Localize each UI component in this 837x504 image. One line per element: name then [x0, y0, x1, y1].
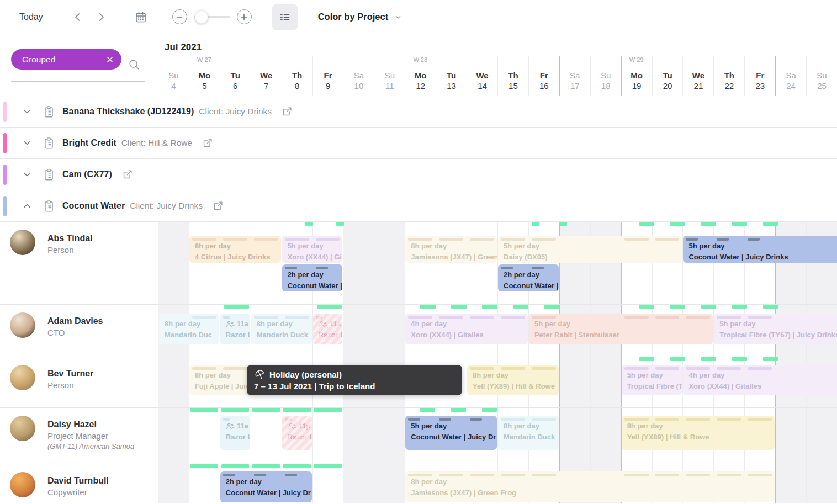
- zoom-slider-knob[interactable]: [195, 10, 208, 24]
- schedule-block[interactable]: 5h per dayCoconut Water | Juicy Dr: [405, 416, 497, 450]
- allocation-hours: 8h per day: [165, 319, 219, 330]
- schedule-block[interactable]: 2h per dayCoconut Water |: [498, 264, 559, 291]
- schedule-block[interactable]: 8h per dayYell (YX89) | Hill & Rowe: [467, 365, 559, 395]
- project-list: Banana Thickshake (JD122419)Client: Juic…: [0, 96, 837, 222]
- logged-time-mark: [624, 418, 649, 421]
- project-expand-toggle[interactable]: [21, 200, 33, 211]
- day-number: 4: [158, 81, 189, 92]
- project-open-link[interactable]: [212, 200, 224, 212]
- avatar[interactable]: [10, 312, 35, 338]
- people-icon: [226, 422, 235, 430]
- day-number: 15: [498, 81, 528, 92]
- grouped-filter-label: Grouped: [22, 55, 102, 65]
- schedule-block[interactable]: 4h per dayXoro (XX44) | Gitalles: [683, 365, 837, 395]
- project-row[interactable]: Banana Thickshake (JD122419)Client: Juic…: [0, 96, 837, 128]
- project-expand-toggle[interactable]: [21, 137, 33, 148]
- project-row[interactable]: Coconut WaterClient: Juicy Drinks: [0, 190, 837, 222]
- logged-time-mark: [285, 418, 292, 421]
- project-open-link[interactable]: [281, 105, 293, 118]
- schedule-block[interactable]: 11aRazor L: [313, 314, 343, 344]
- schedule-block[interactable]: 11aRazor L: [220, 416, 250, 450]
- allocation-project: Peter Rabit | Stenhuisser: [534, 330, 713, 341]
- view-options-button[interactable]: [272, 4, 298, 30]
- avatar[interactable]: [10, 472, 35, 497]
- calendar-button[interactable]: [131, 8, 150, 26]
- grouped-filter-pill[interactable]: Grouped: [11, 49, 121, 70]
- logged-time-mark: [316, 316, 322, 319]
- logged-time-mark: [285, 267, 297, 269]
- day-name: Sa: [776, 71, 806, 81]
- person-info: David TurnbullCopywriter: [47, 472, 109, 503]
- project-expand-toggle[interactable]: [21, 106, 33, 117]
- day-header-cell: Su11: [374, 56, 405, 96]
- day-header-cell: Th8: [282, 56, 312, 96]
- avatar[interactable]: [10, 230, 35, 255]
- schedule: 8h per day4 Citrus | Juicy Drinks5h per …: [0, 222, 837, 503]
- schedule-block[interactable]: 2h per dayCoconut Water |: [282, 264, 343, 291]
- color-by-dropdown[interactable]: Color by Project: [318, 12, 402, 22]
- avatar[interactable]: [10, 416, 35, 441]
- schedule-block[interactable]: 5h per dayTropical Fibre (TY67) | Juicy …: [714, 314, 837, 344]
- allocation-project: Razor L: [319, 330, 343, 341]
- logged-time-mark: [501, 316, 525, 319]
- project-open-link[interactable]: [121, 168, 134, 181]
- search-button[interactable]: [128, 59, 140, 73]
- schedule-block[interactable]: 8h per dayJamiesons (JX47) | Green Frog: [405, 471, 775, 502]
- day-header-cell: Fr9: [312, 56, 343, 96]
- schedule-block[interactable]: 4h per dayXoro (XX44) | Gitalles: [405, 314, 528, 344]
- schedule-block[interactable]: 11aRazor L: [220, 314, 250, 344]
- month-label: Jul 2021: [165, 42, 202, 53]
- calendar-icon: [134, 10, 147, 24]
- person-timezone: (GMT-11) American Samoa: [47, 442, 134, 451]
- schedule-block[interactable]: 2h per dayCoconut Water | Juicy Dr: [220, 471, 312, 502]
- logged-time-mark: [192, 367, 216, 370]
- project-expand-toggle[interactable]: [21, 169, 33, 180]
- schedule-block[interactable]: 5h per dayCoconut Water | Juicy Drinks: [683, 236, 837, 263]
- today-button[interactable]: Today: [19, 12, 43, 22]
- logged-time-mark: [532, 316, 556, 319]
- schedule-block[interactable]: 8h per day4 Citrus | Juicy Drinks: [189, 236, 281, 263]
- avatar[interactable]: [10, 365, 35, 390]
- day-scale: Su4Mo5Tu6We7Th8Fr9Sa10Su11Mo12Tu13We14Th…: [158, 56, 837, 96]
- allocation-hours: 11a: [226, 421, 250, 432]
- schedule-block-text: 5h per dayCoconut Water | Juicy Drinks: [683, 236, 837, 263]
- schedule-block[interactable]: 8h per dayMandarin Duck: [251, 314, 312, 344]
- project-row[interactable]: Cam (CX77): [0, 159, 837, 190]
- capacity-mark: [190, 408, 218, 412]
- allocation-hours: 5h per day: [288, 241, 343, 252]
- schedule-block[interactable]: 5h per dayXoro (XX44) | Gi: [282, 236, 343, 263]
- prev-period-button[interactable]: [68, 8, 87, 26]
- day-name: Tu: [220, 71, 251, 81]
- allocation-hours: 5h per day: [719, 319, 837, 330]
- logged-time-mark: [501, 238, 525, 241]
- schedule-block[interactable]: 8h per dayMandarin Duck: [498, 416, 559, 450]
- schedule-block[interactable]: 11pRazor L: [282, 416, 312, 450]
- zoom-in-button[interactable]: [237, 9, 252, 24]
- project-name: Banana Thickshake (JD122419): [62, 107, 194, 116]
- day-name: Fr: [313, 71, 343, 81]
- day-number: 24: [776, 81, 806, 92]
- schedule-block[interactable]: 5h per dayPeter Rabit | Stenhuisser: [529, 314, 713, 344]
- schedule-block[interactable]: 8h per dayMandarin Duc: [159, 314, 219, 344]
- schedule-block[interactable]: 8h per dayJamiesons (JX47) | Green: [405, 236, 497, 263]
- allocation-hours: 11a: [226, 319, 250, 330]
- logged-time-mark: [501, 474, 525, 476]
- resource-scheduler-app: Today: [0, 0, 837, 504]
- zoom-out-button[interactable]: [172, 9, 187, 24]
- project-row[interactable]: Bright CreditClient: Hill & Rowe: [0, 128, 837, 159]
- schedule-block[interactable]: 5h per dayTropical Fibre (T: [622, 365, 682, 395]
- project-open-link[interactable]: [202, 137, 214, 149]
- day-name: Su: [374, 71, 405, 81]
- day-header-cell: Sa24: [775, 56, 806, 96]
- schedule-block[interactable]: 5h per dayDaisy (DX05): [498, 236, 682, 263]
- day-name: Mo: [189, 71, 220, 81]
- next-period-button[interactable]: [92, 8, 110, 26]
- zoom-slider[interactable]: [194, 10, 230, 24]
- clear-filter-button[interactable]: [102, 51, 118, 68]
- capacity-mark: [451, 305, 467, 309]
- schedule-block[interactable]: 8h per dayYell (YX89) | Hill & Rowe: [622, 416, 775, 450]
- logged-time-mark: [470, 316, 494, 319]
- person-role: CTO: [47, 327, 103, 338]
- day-number: 9: [313, 81, 343, 92]
- capacity-mark: [420, 408, 435, 412]
